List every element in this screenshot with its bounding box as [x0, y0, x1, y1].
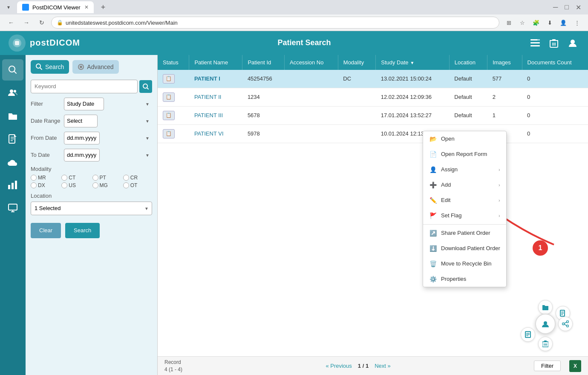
sidebar-item-cloud[interactable] — [2, 151, 23, 173]
context-menu-item-set-flag[interactable]: 🚩 Set Flag › — [423, 208, 506, 223]
prev-btn[interactable]: « Previous — [323, 362, 354, 370]
col-status: Status — [158, 55, 189, 70]
cell-status: 📋 — [158, 124, 189, 143]
user-profile-btn[interactable] — [566, 36, 579, 50]
svg-point-27 — [562, 323, 565, 325]
modality-dx[interactable]: DX — [31, 182, 60, 188]
tab-close-btn[interactable]: ✕ — [84, 4, 89, 10]
menu-btn[interactable]: ⋮ — [571, 17, 583, 29]
keyword-input[interactable] — [31, 80, 138, 93]
new-tab-btn[interactable]: + — [97, 1, 109, 13]
cell-patient-id: 5678 — [242, 106, 285, 124]
trash-btn[interactable] — [547, 36, 561, 50]
star-btn[interactable]: ☆ — [516, 17, 528, 29]
list-view-btn[interactable] — [528, 36, 542, 50]
table-row[interactable]: 📋 PATIENT VI 5978 10.01.2024 12:13:47 De… — [158, 124, 588, 143]
fab-center-btn[interactable] — [535, 314, 556, 334]
excel-export-btn[interactable]: X — [569, 360, 581, 372]
tab-favicon — [22, 4, 29, 11]
context-menu-item-edit[interactable]: ✏️ Edit › — [423, 193, 506, 208]
fab-delete-btn[interactable] — [538, 337, 553, 351]
search-tab-advanced[interactable]: Advanced — [72, 60, 118, 74]
next-btn[interactable]: Next » — [372, 362, 393, 370]
menu-item-icon: 🚩 — [429, 212, 437, 219]
fab-edit-btn[interactable] — [521, 327, 535, 342]
date-range-select[interactable]: Select Today Last Week Last Month Custom — [64, 115, 98, 127]
menu-item-label: Move to Recycle Bin — [441, 260, 492, 267]
cell-modality — [338, 124, 375, 143]
svg-rect-1 — [15, 41, 19, 45]
browser-tab[interactable]: PostDICOM Viewer ✕ — [17, 1, 94, 13]
address-bar[interactable]: 🔒 unitedstateswest.postdicom.com/Viewer/… — [51, 17, 499, 29]
filter-row: Filter Study Date Patient Name Accession… — [31, 98, 152, 110]
svg-point-26 — [567, 321, 569, 323]
modality-ct[interactable]: CT — [61, 175, 90, 181]
modality-ot[interactable]: OT — [123, 182, 152, 188]
svg-rect-3 — [530, 42, 540, 43]
to-date-select[interactable]: dd.mm.yyyy — [64, 149, 100, 162]
sidebar-item-folders[interactable] — [2, 105, 23, 127]
keyword-search-btn[interactable] — [139, 80, 152, 93]
clear-button[interactable]: Clear — [31, 223, 61, 238]
sidebar-item-search[interactable] — [2, 59, 23, 81]
context-menu-item-move-to-recycle-bin[interactable]: 🗑️ Move to Recycle Bin — [423, 256, 506, 271]
menu-item-icon: 👤 — [429, 166, 437, 173]
profile-btn[interactable]: 👤 — [557, 17, 569, 29]
annotation-badge: 1 — [533, 240, 548, 256]
context-menu-item-add[interactable]: ➕ Add › — [423, 177, 506, 193]
search-button[interactable]: Search — [65, 223, 100, 238]
sidebar-item-patients[interactable] — [2, 82, 23, 104]
modality-mg[interactable]: MG — [92, 182, 121, 188]
sidebar-item-analytics[interactable] — [2, 174, 23, 196]
extensions-btn[interactable]: 🧩 — [530, 17, 542, 29]
search-panel: Search Advanced Filter — [26, 55, 158, 375]
modality-us[interactable]: US — [61, 182, 90, 188]
close-btn[interactable]: ✕ — [576, 3, 581, 12]
app-inner: Search Advanced Filter — [0, 55, 588, 375]
forward-btn[interactable]: → — [20, 17, 32, 29]
context-menu-item-share-patient-order[interactable]: ↗️ Share Patient Order — [423, 225, 506, 241]
reload-btn[interactable]: ↻ — [36, 17, 48, 29]
search-tab-basic[interactable]: Search — [31, 60, 69, 74]
cell-location: Default — [449, 106, 487, 124]
fab-share-btn[interactable] — [558, 317, 573, 331]
sidebar-item-reports[interactable] — [2, 128, 23, 150]
maximize-btn[interactable]: □ — [565, 3, 569, 12]
context-menu-item-open[interactable]: 📂 Open — [423, 131, 506, 147]
svg-rect-5 — [537, 39, 540, 40]
search-tab-label: Search — [45, 63, 64, 70]
cell-study-date: 17.01.2024 13:52:27 — [376, 106, 450, 124]
filter-button[interactable]: Filter — [534, 361, 561, 371]
fab-folder-btn[interactable] — [538, 300, 553, 314]
menu-submenu-arrow: › — [499, 182, 500, 188]
header-actions — [528, 36, 579, 50]
menu-item-label: Edit — [441, 197, 450, 203]
from-date-select[interactable]: dd.mm.yyyy — [64, 132, 100, 144]
context-menu-item-download-patient-order[interactable]: ⬇️ Download Patient Order — [423, 241, 506, 256]
table-row[interactable]: 📋 PATIENT II 1234 12.02.2024 12:09:36 De… — [158, 88, 588, 106]
context-menu-item-properties[interactable]: ⚙️ Properties — [423, 271, 506, 287]
menu-item-label: Properties — [441, 276, 466, 282]
menu-submenu-arrow: › — [499, 167, 500, 172]
translate-btn[interactable]: ⊞ — [503, 17, 515, 29]
sidebar-item-monitor[interactable] — [2, 197, 23, 219]
minimize-btn[interactable]: ─ — [553, 3, 558, 12]
url-text: unitedstateswest.postdicom.com/Viewer/Ma… — [66, 20, 178, 26]
col-study-date: Study Date▼ — [376, 55, 450, 70]
modality-mr[interactable]: MR — [31, 175, 60, 181]
location-select[interactable]: 1 Selected All Default — [31, 202, 152, 215]
menu-item-icon: ✏️ — [429, 196, 437, 204]
context-menu-item-open-report-form[interactable]: 📄 Open Report Form — [423, 147, 506, 162]
modality-section: Modality MR CT PT CR DX US MG OT — [31, 166, 152, 188]
modality-cr[interactable]: CR — [123, 175, 152, 181]
cell-accession-no — [284, 70, 338, 88]
table-row[interactable]: 📋 PATIENT I 45254756 DC 13.02.2021 15:00… — [158, 70, 588, 88]
back-btn[interactable]: ← — [5, 17, 17, 29]
table-row[interactable]: 📋 PATIENT III 5678 17.01.2024 13:52:27 D… — [158, 106, 588, 124]
context-menu-item-assign[interactable]: 👤 Assign › — [423, 162, 506, 177]
cell-study-date: 12.02.2024 12:09:36 — [376, 88, 450, 106]
download-btn[interactable]: ⬇ — [544, 17, 556, 29]
modality-pt[interactable]: PT — [92, 175, 121, 181]
filter-select[interactable]: Study Date Patient Name Accession No — [64, 98, 104, 110]
tab-list-btn[interactable]: ▾ — [3, 2, 14, 12]
